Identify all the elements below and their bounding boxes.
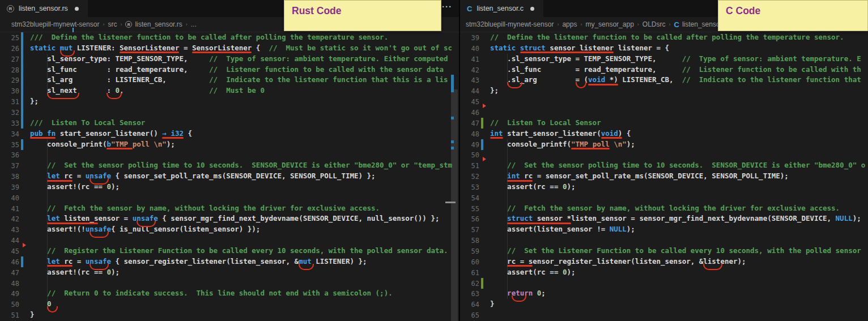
code-text: // Set the sensor polling time to 10 sec… — [30, 160, 452, 171]
code-line[interactable]: 42 .sl_func = read_temperature, // Liste… — [460, 65, 868, 75]
line-number: 48 — [460, 129, 479, 140]
code-text: // Set the sensor polling time to 10 sec… — [490, 160, 865, 171]
code-line[interactable]: 43 assert!(!unsafe{ is_null_sensor(liste… — [0, 224, 459, 235]
more-actions-button[interactable]: ··· — [442, 2, 452, 11]
breadcrumb-separator: › — [557, 22, 559, 27]
breadcrumb-label: OLDsrc — [643, 20, 666, 28]
breadcrumb-item[interactable]: src — [108, 20, 117, 28]
code-line[interactable]: 28 sl_func : read_temperature, // Listen… — [0, 65, 459, 75]
code-line[interactable]: 41 .sl_sensor_type = TEMP_SENSOR_TYPE, /… — [460, 54, 868, 65]
code-line[interactable]: 36 — [0, 149, 459, 160]
line-number: 33 — [0, 118, 19, 129]
scrollbar-thumb[interactable] — [451, 89, 458, 321]
code-line[interactable]: 47// Listen To Local Sensor — [460, 118, 868, 129]
breadcrumb-label: ... — [191, 20, 197, 28]
line-number: 47 — [0, 268, 19, 279]
modified-dot — [75, 7, 79, 11]
code-line[interactable]: 57 assert(listen_sensor != NULL); — [460, 224, 868, 235]
code-text: console_printf("TMP poll \n"); — [490, 139, 635, 150]
c-icon: C — [674, 20, 679, 29]
rust-icon: R — [125, 21, 132, 28]
code-text: // Define the listener function to be ca… — [490, 32, 844, 43]
breadcrumb-item[interactable]: my_sensor_app — [585, 20, 633, 28]
code-line[interactable]: 54 — [460, 192, 868, 203]
code-line[interactable]: 59 // Set the Listener Function to be ca… — [460, 246, 868, 256]
code-line[interactable]: 58 — [460, 235, 868, 246]
line-number: 60 — [460, 257, 479, 268]
breadcrumb-label: stm32bluepill-mynewt-sensor — [11, 20, 99, 28]
code-line[interactable]: 32 — [0, 107, 459, 118]
red-underline-annotation — [507, 222, 571, 224]
breadcrumb-item[interactable]: stm32bluepill-mynewt-sensor — [11, 20, 99, 28]
code-line[interactable]: 49 console_printf("TMP poll \n"); — [460, 139, 868, 150]
ruler-modified-mark — [451, 140, 454, 143]
line-number: 38 — [0, 172, 19, 182]
breadcrumb-item[interactable]: apps — [562, 20, 577, 28]
code-line[interactable]: 46 — [460, 107, 868, 118]
code-line[interactable]: 51} — [0, 310, 459, 320]
line-number: 43 — [460, 75, 479, 86]
code-line[interactable]: 45 // Register the Listener Function to … — [0, 246, 459, 256]
red-underline-annotation — [47, 265, 73, 267]
line-number: 46 — [0, 257, 19, 268]
code-line[interactable]: 50 — [460, 149, 868, 160]
tab-listen-sensor-rs[interactable]: R listen_sensor.rs — [0, 0, 88, 17]
code-line[interactable]: 29 sl_arg : LISTENER_CB, // Indicate to … — [0, 75, 459, 85]
code-text: // Register the Listener Function to be … — [30, 246, 448, 256]
breadcrumb-separator: › — [103, 22, 104, 27]
code-line[interactable]: 51 // Set the sensor polling time to 10 … — [460, 160, 868, 171]
code-line[interactable]: 33/// Listen To Local Sensor — [0, 118, 459, 129]
line-number: 29 — [0, 75, 19, 86]
indent-guide — [47, 149, 48, 160]
code-line[interactable]: 37 // Set the sensor polling time to 10 … — [0, 160, 459, 171]
code-line[interactable]: 47 assert!(rc == 0); — [0, 267, 459, 278]
code-line[interactable]: 48 — [0, 278, 459, 289]
code-line[interactable]: 61 assert(rc == 0); — [460, 267, 868, 278]
gutter-modified-bar — [21, 75, 23, 86]
code-line[interactable]: 48int start_sensor_listener(void) { — [460, 129, 868, 139]
code-text: } — [490, 299, 495, 310]
text-cursor — [73, 28, 74, 32]
code-line[interactable]: 50 0 — [0, 299, 459, 310]
code-text: .sl_sensor_type = TEMP_SENSOR_TYPE, // T… — [490, 54, 861, 65]
code-line[interactable]: 49 // Return 0 to indicate success. This… — [0, 288, 459, 299]
code-line[interactable]: 25/// Define the listener function to be… — [0, 32, 459, 43]
breadcrumb-item[interactable]: stm32bluepill-mynewt-sensor — [466, 20, 554, 28]
code-line[interactable]: 34pub fn start_sensor_listener() → i32 { — [0, 129, 459, 139]
indent-guide — [507, 235, 508, 246]
indent-guide — [507, 278, 508, 289]
overview-ruler[interactable] — [450, 32, 459, 321]
tab-label: listen_sensor.rs — [19, 5, 68, 12]
indent-guide — [47, 192, 48, 203]
breadcrumb-item[interactable]: OLDsrc — [643, 20, 666, 28]
red-underline-annotation — [507, 180, 533, 182]
code-line[interactable]: 40 — [0, 192, 459, 203]
code-line[interactable]: 44 — [0, 235, 459, 246]
code-line[interactable]: 35 console_print(b"TMP poll \n"); — [0, 139, 459, 150]
code-line[interactable]: 55 // Fetch the sensor by name, without … — [460, 203, 868, 214]
red-underline-annotation — [47, 222, 98, 224]
code-line[interactable]: 44}; — [460, 85, 868, 96]
ruler-modified-mark — [451, 75, 454, 92]
code-line[interactable]: 62 — [460, 278, 868, 289]
line-number: 58 — [460, 236, 479, 246]
line-number: 41 — [0, 204, 19, 215]
code-line[interactable]: 41 // Fetch the sensor by name, without … — [0, 203, 459, 214]
breadcrumb-item[interactable]: ... — [191, 20, 197, 28]
red-arc-annotation — [703, 264, 722, 270]
gutter-added-bar — [481, 278, 483, 289]
gutter-arrow-marker — [483, 157, 486, 161]
code-line[interactable]: 39 assert!(rc == 0); — [0, 182, 459, 192]
gutter-modified-bar — [21, 118, 23, 129]
code-line[interactable]: 45 — [460, 96, 868, 107]
code-line[interactable]: 39// Define the listener function to be … — [460, 32, 868, 43]
code-line[interactable]: 53 assert(rc == 0); — [460, 182, 868, 192]
gutter-modified-bar — [21, 107, 23, 118]
tab-listen-sensor-c[interactable]: C listen_sensor.c — [460, 0, 543, 17]
code-text: assert(rc == 0); — [490, 267, 576, 278]
breadcrumb-item[interactable]: Rlisten_sensor.rs — [125, 20, 182, 28]
code-text: /// Listen To Local Sensor — [30, 118, 145, 129]
editor-pane-rust: R listen_sensor.rs ··· stm32bluepill-myn… — [0, 0, 459, 321]
line-number: 54 — [460, 193, 479, 204]
code-line[interactable]: 65 — [460, 310, 868, 320]
